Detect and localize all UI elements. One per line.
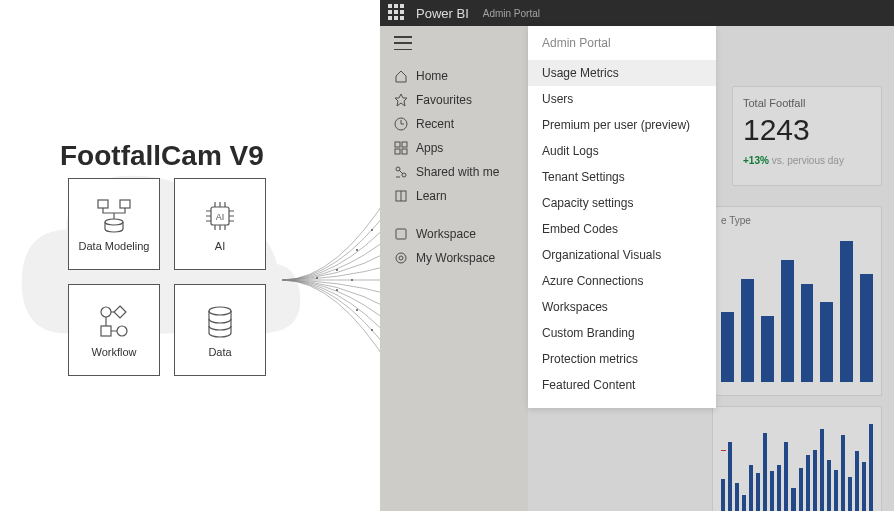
bar: [781, 260, 794, 382]
svg-point-5: [101, 307, 111, 317]
admin-menu-title: Admin Portal: [528, 26, 716, 60]
kpi-delta: +13% vs. pervious day: [743, 155, 871, 166]
pbi-header: Power BI Admin Portal: [380, 0, 894, 26]
bar: [820, 429, 824, 511]
admin-item-users[interactable]: Users: [528, 86, 716, 112]
tile-label: Data: [208, 346, 231, 358]
bar: [813, 450, 817, 511]
svg-point-12: [356, 249, 358, 251]
workflow-icon: [94, 302, 134, 342]
tile-ai: AI AI: [174, 178, 266, 270]
bar-chart-small: [712, 406, 882, 511]
admin-item-usage-metrics[interactable]: Usage Metrics: [528, 60, 716, 86]
footfallcam-diagram: FootfallCam V9 Data Modeling AI AI: [0, 0, 380, 511]
admin-item-tenant-settings[interactable]: Tenant Settings: [528, 164, 716, 190]
bar: [735, 483, 739, 511]
nav-learn[interactable]: Learn: [380, 184, 528, 208]
bar: [777, 465, 781, 511]
nav-favourites[interactable]: Favourites: [380, 88, 528, 112]
threshold-line: [721, 450, 726, 451]
admin-item-embed-codes[interactable]: Embed Codes: [528, 216, 716, 242]
chart-title: e Type: [721, 215, 873, 226]
database-icon: [200, 302, 240, 342]
svg-point-9: [316, 277, 318, 279]
bar: [756, 473, 760, 511]
tile-workflow: Workflow: [68, 284, 160, 376]
nav-label: Home: [416, 69, 448, 83]
bar: [848, 477, 852, 511]
pbi-sidebar: HomeFavouritesRecentAppsShared with meLe…: [380, 26, 528, 511]
bar: [749, 465, 753, 511]
svg-point-27: [399, 256, 403, 260]
admin-item-organizational-visuals[interactable]: Organizational Visuals: [528, 242, 716, 268]
bar-chart-type: e Type: [712, 206, 882, 396]
admin-item-capacity-settings[interactable]: Capacity settings: [528, 190, 716, 216]
admin-item-protection-metrics[interactable]: Protection metrics: [528, 346, 716, 372]
nav-label: Favourites: [416, 93, 472, 107]
bar: [791, 488, 795, 511]
tile-data-modeling: Data Modeling: [68, 178, 160, 270]
kpi-label: Total Footfall: [743, 97, 871, 109]
bar: [721, 479, 725, 511]
svg-point-10: [336, 269, 338, 271]
flow-lines: [282, 180, 392, 380]
star-icon: [394, 93, 408, 107]
bar: [862, 462, 866, 511]
nav-label: My Workspace: [416, 251, 495, 265]
tile-label: AI: [215, 240, 225, 252]
svg-point-7: [117, 326, 127, 336]
app-launcher-icon[interactable]: [388, 4, 406, 22]
hamburger-icon[interactable]: [394, 36, 412, 50]
admin-item-azure-connections[interactable]: Azure Connections: [528, 268, 716, 294]
bar: [784, 442, 788, 511]
brand-title: FootfallCam V9: [60, 140, 264, 172]
svg-rect-18: [395, 142, 400, 147]
svg-rect-19: [402, 142, 407, 147]
tile-label: Workflow: [91, 346, 136, 358]
svg-point-2: [105, 219, 123, 225]
nav-label: Apps: [416, 141, 443, 155]
admin-portal-menu: Admin Portal Usage MetricsUsersPremium p…: [528, 26, 716, 408]
bar: [770, 471, 774, 511]
nav-shared-with-me[interactable]: Shared with me: [380, 160, 528, 184]
svg-rect-25: [396, 229, 406, 239]
nav-apps[interactable]: Apps: [380, 136, 528, 160]
tile-label: Data Modeling: [79, 240, 150, 252]
bar: [855, 451, 859, 511]
bar: [721, 312, 734, 382]
bar: [860, 274, 873, 382]
svg-text:AI: AI: [216, 212, 225, 222]
svg-point-26: [396, 253, 406, 263]
bar: [869, 424, 873, 511]
nav-label: Shared with me: [416, 165, 499, 179]
grid-icon: [394, 141, 408, 155]
svg-rect-21: [402, 149, 407, 154]
data-modeling-icon: [94, 196, 134, 236]
nav-label: Workspace: [416, 227, 476, 241]
bar: [761, 316, 774, 382]
app-title: Power BI: [416, 6, 469, 21]
nav-my-workspace[interactable]: My Workspace: [380, 246, 528, 270]
bar: [728, 442, 732, 511]
svg-point-16: [351, 279, 353, 281]
admin-item-featured-content[interactable]: Featured Content: [528, 372, 716, 398]
svg-rect-0: [98, 200, 108, 208]
svg-point-13: [356, 309, 358, 311]
bar: [827, 460, 831, 511]
bar: [799, 468, 803, 511]
admin-item-workspaces[interactable]: Workspaces: [528, 294, 716, 320]
admin-item-custom-branding[interactable]: Custom Branding: [528, 320, 716, 346]
svg-rect-6: [101, 326, 111, 336]
nav-home[interactable]: Home: [380, 64, 528, 88]
nav-label: Learn: [416, 189, 447, 203]
clock-icon: [394, 117, 408, 131]
admin-item-audit-logs[interactable]: Audit Logs: [528, 138, 716, 164]
ai-chip-icon: AI: [200, 196, 240, 236]
nav-label: Recent: [416, 117, 454, 131]
nav-workspace[interactable]: Workspace: [380, 222, 528, 246]
svg-point-14: [371, 229, 373, 231]
svg-point-8: [209, 307, 231, 315]
bar: [841, 435, 845, 511]
nav-recent[interactable]: Recent: [380, 112, 528, 136]
admin-item-premium-per-user-preview-[interactable]: Premium per user (preview): [528, 112, 716, 138]
